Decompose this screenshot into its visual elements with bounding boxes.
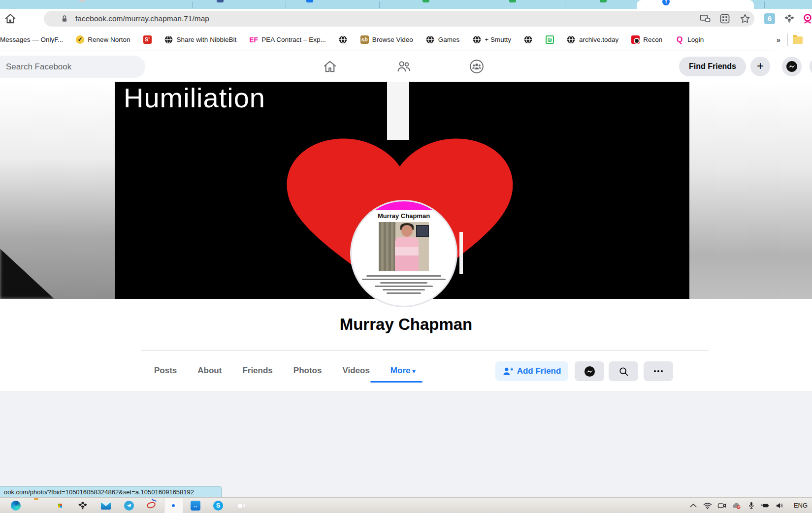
bookmark-item[interactable] bbox=[524, 35, 533, 44]
shekel-icon: ₪ bbox=[546, 35, 554, 44]
teamviewer-icon[interactable]: ↔ bbox=[191, 501, 200, 511]
search-profile-button[interactable] bbox=[609, 361, 638, 381]
language-indicator[interactable]: ENG bbox=[791, 498, 811, 513]
figure-head-graphic bbox=[401, 225, 413, 237]
desktop-screen: f facebook.com/murray.chapman.71/map 6 M… bbox=[0, 0, 812, 513]
ellipsis-icon bbox=[654, 370, 663, 372]
facebook-header: Find Friends + bbox=[0, 51, 812, 82]
add-friend-icon bbox=[503, 366, 513, 377]
apps-grid-icon[interactable] bbox=[719, 13, 731, 25]
browser-tab-strip[interactable]: f bbox=[0, 0, 812, 9]
bookmark-item[interactable]: Share with NibbleBit bbox=[164, 35, 237, 44]
message-button[interactable] bbox=[575, 361, 604, 381]
tab-separator bbox=[286, 1, 286, 8]
bookmark-item[interactable] bbox=[339, 35, 348, 44]
bookmark-label: Recon bbox=[643, 36, 662, 43]
other-bookmarks-folder-icon[interactable] bbox=[793, 36, 803, 44]
dropbox-extension-icon[interactable] bbox=[784, 13, 795, 24]
curtain-graphic bbox=[379, 222, 395, 271]
bookmark-item[interactable]: + Smutty bbox=[472, 35, 511, 44]
browser-home-icon[interactable] bbox=[4, 12, 17, 25]
tab-favicon[interactable] bbox=[217, 0, 224, 2]
tab-favicon[interactable] bbox=[422, 0, 429, 2]
cover-headline-text: Humiliation bbox=[124, 82, 265, 114]
tab-separator bbox=[764, 1, 765, 8]
bookmark-item[interactable]: sb Browse Video bbox=[360, 35, 413, 44]
bookmark-label: Browse Video bbox=[372, 36, 413, 43]
bookmark-item[interactable]: Q Login bbox=[675, 35, 704, 44]
bookmark-item[interactable]: EF PEA Contract – Exp... bbox=[249, 35, 326, 44]
create-button[interactable]: + bbox=[750, 57, 770, 76]
more-options-button[interactable] bbox=[644, 361, 673, 381]
globe-icon bbox=[426, 35, 435, 44]
active-browser-tab[interactable]: f bbox=[637, 0, 754, 9]
status-link-bubble: ook.com/photo/?fbid=105016058324862&set=… bbox=[0, 486, 222, 497]
onedrive-error-icon[interactable] bbox=[732, 501, 742, 511]
telegram-icon[interactable] bbox=[124, 501, 134, 511]
bookmark-item[interactable]: ✓ Renew Norton bbox=[76, 35, 130, 44]
add-friend-button[interactable]: Add Friend bbox=[495, 361, 568, 381]
bookmark-item[interactable]: Recon bbox=[631, 35, 662, 44]
lock-icon[interactable] bbox=[60, 14, 69, 24]
tab-about[interactable]: About bbox=[187, 359, 232, 382]
microphone-icon[interactable] bbox=[747, 501, 756, 511]
notifications-button[interactable] bbox=[810, 57, 812, 76]
profile-nav-tabs: Posts About Friends Photos Videos More▾ bbox=[144, 359, 426, 382]
tab-posts[interactable]: Posts bbox=[144, 359, 187, 382]
bookmarks-bar: Messages — OnlyF... ✓ Renew Norton S' Sh… bbox=[0, 29, 812, 51]
plus-icon: + bbox=[757, 60, 764, 72]
add-friend-label: Add Friend bbox=[517, 366, 561, 376]
bookmark-label: Share with NibbleBit bbox=[177, 36, 237, 43]
friends-icon[interactable] bbox=[396, 59, 411, 74]
find-friends-button[interactable]: Find Friends bbox=[679, 57, 746, 76]
camera-tray-icon[interactable] bbox=[717, 501, 727, 511]
profile-name: Murray Chapman bbox=[0, 315, 812, 334]
divider bbox=[141, 351, 709, 351]
facebook-profile-page: Humiliation Murray Chapman Murray Chapma… bbox=[0, 82, 812, 497]
extension-icon-6[interactable]: 6 bbox=[764, 13, 775, 24]
dropbox-icon[interactable] bbox=[78, 501, 88, 511]
bookmarks-overflow-chevron[interactable]: » bbox=[777, 36, 780, 44]
sb-tile-icon: sb bbox=[360, 35, 369, 44]
groups-icon[interactable] bbox=[469, 59, 484, 74]
bookmark-item[interactable]: S' bbox=[143, 35, 152, 44]
tab-favicon[interactable] bbox=[306, 0, 313, 2]
bookmark-item[interactable]: Messages — OnlyF... bbox=[0, 36, 63, 43]
profile-picture[interactable]: Murray Chapman bbox=[352, 201, 456, 306]
messenger-icon bbox=[786, 61, 798, 72]
tray-expand-chevron-icon[interactable] bbox=[688, 501, 698, 511]
battery-plug-icon[interactable] bbox=[760, 501, 770, 511]
address-bar[interactable]: facebook.com/murray.chapman.71/map bbox=[44, 11, 754, 27]
webcam-extension-icon[interactable] bbox=[802, 13, 812, 25]
bookmark-star-icon[interactable] bbox=[739, 13, 751, 25]
bookmark-item[interactable]: Games bbox=[426, 35, 460, 44]
skype-icon[interactable]: S bbox=[213, 501, 223, 511]
edge-icon[interactable] bbox=[11, 501, 21, 511]
sketch-app-icon[interactable] bbox=[146, 501, 156, 509]
tab-favicon[interactable] bbox=[600, 0, 607, 2]
tab-favicon[interactable] bbox=[79, 0, 86, 2]
bookmark-item[interactable]: ₪ bbox=[546, 35, 554, 44]
tab-videos[interactable]: Videos bbox=[332, 359, 380, 382]
globe-icon bbox=[339, 35, 348, 44]
tab-more[interactable]: More▾ bbox=[380, 359, 426, 382]
tab-favicon[interactable] bbox=[509, 0, 516, 2]
speaker-icon[interactable] bbox=[775, 501, 785, 511]
home-icon[interactable] bbox=[323, 59, 337, 74]
bookmark-item[interactable]: archive.today bbox=[567, 35, 618, 44]
bookmark-label: Messages — OnlyF... bbox=[0, 36, 63, 43]
url-text[interactable]: facebook.com/murray.chapman.71/map bbox=[75, 11, 209, 27]
mail-icon[interactable] bbox=[101, 502, 111, 510]
chevron-down-icon: ▾ bbox=[412, 368, 415, 375]
tab-more-label: More bbox=[390, 366, 411, 375]
tab-separator bbox=[192, 1, 193, 8]
cast-device-icon[interactable] bbox=[699, 13, 711, 25]
tab-friends[interactable]: Friends bbox=[232, 359, 283, 382]
search-input[interactable] bbox=[0, 56, 145, 78]
check-badge-icon: ✓ bbox=[76, 35, 84, 44]
tab-photos[interactable]: Photos bbox=[283, 359, 332, 382]
wifi-icon[interactable] bbox=[703, 501, 713, 511]
messenger-button[interactable] bbox=[782, 57, 802, 76]
bookmark-label: PEA Contract – Exp... bbox=[261, 36, 326, 43]
cover-white-block bbox=[387, 82, 409, 140]
